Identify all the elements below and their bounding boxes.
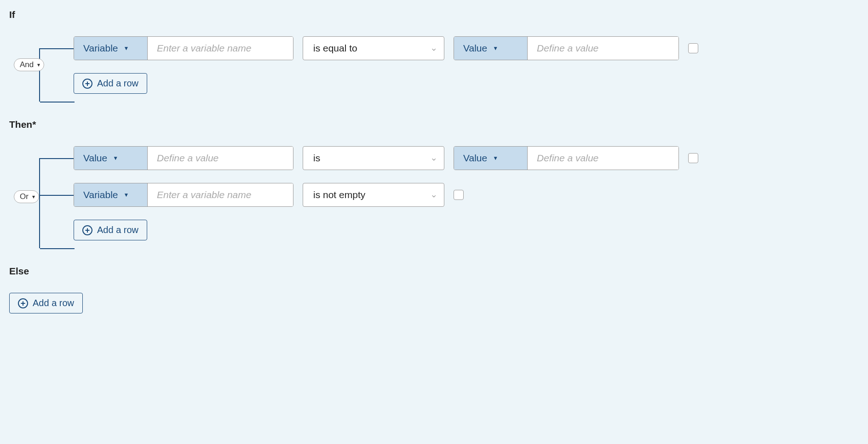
then-add-row-button[interactable]: + Add a row bbox=[74, 220, 147, 240]
then-connector-col: Or ▾ bbox=[14, 146, 74, 240]
chevron-down-icon: ⌵ bbox=[432, 191, 436, 199]
if-group: And ▾ Variable ▼ is equal to ⌵ bbox=[14, 36, 859, 94]
caret-down-icon: ▼ bbox=[493, 45, 498, 51]
if-add-row-wrap: + Add a row bbox=[74, 73, 859, 94]
chevron-down-icon: ▾ bbox=[32, 194, 35, 200]
if-row-0-right-input[interactable] bbox=[528, 37, 678, 60]
then-group: Or ▾ Value ▼ is ⌵ bbox=[14, 146, 859, 240]
caret-down-icon: ▼ bbox=[493, 155, 498, 161]
if-row-0-operator-select[interactable]: is equal to ⌵ bbox=[303, 36, 444, 60]
if-connector-value: And bbox=[20, 60, 34, 69]
else-add-row-button[interactable]: + Add a row bbox=[9, 293, 83, 313]
then-row-0-left-input[interactable] bbox=[148, 147, 293, 170]
if-label: If bbox=[9, 9, 859, 20]
then-row-0-right-type-select[interactable]: Value ▼ bbox=[454, 147, 528, 170]
then-row-0-operator-select[interactable]: is ⌵ bbox=[303, 146, 444, 170]
then-label: Then* bbox=[9, 119, 859, 130]
if-row-0-checkbox[interactable] bbox=[688, 43, 698, 53]
if-add-row-button[interactable]: + Add a row bbox=[74, 73, 147, 94]
if-section: If And ▾ Variable ▼ bbox=[9, 9, 859, 94]
then-row-1-checkbox[interactable] bbox=[454, 190, 464, 200]
if-bracket bbox=[39, 48, 40, 102]
if-row-0-left-type-select[interactable]: Variable ▼ bbox=[74, 37, 148, 60]
chevron-down-icon: ⌵ bbox=[432, 45, 436, 52]
then-row-1-left-input[interactable] bbox=[148, 183, 293, 206]
caret-down-icon: ▼ bbox=[124, 45, 129, 51]
then-row-1-left-type-select[interactable]: Variable ▼ bbox=[74, 183, 148, 206]
then-bracket bbox=[39, 158, 40, 248]
then-row-0-left: Value ▼ bbox=[74, 146, 293, 170]
then-row-0-left-type-select[interactable]: Value ▼ bbox=[74, 147, 148, 170]
if-row-0-left-input[interactable] bbox=[148, 37, 293, 60]
then-connector-select[interactable]: Or ▾ bbox=[14, 190, 39, 203]
then-row-0-right: Value ▼ bbox=[454, 146, 679, 170]
then-connector-value: Or bbox=[20, 192, 29, 201]
if-row-0-right: Value ▼ bbox=[454, 36, 679, 60]
chevron-down-icon: ⌵ bbox=[432, 154, 436, 162]
then-section: Then* Or ▾ Value ▼ bbox=[9, 119, 859, 240]
if-rows: Variable ▼ is equal to ⌵ Value ▼ bbox=[74, 36, 859, 94]
then-row-0-right-input[interactable] bbox=[528, 147, 678, 170]
then-row-1-operator-select[interactable]: is not empty ⌵ bbox=[303, 183, 444, 207]
then-rows: Value ▼ is ⌵ Value ▼ bbox=[74, 146, 859, 240]
if-row-0-left: Variable ▼ bbox=[74, 36, 293, 60]
then-row-1-left: Variable ▼ bbox=[74, 183, 293, 207]
then-row-1: Variable ▼ is not empty ⌵ bbox=[74, 183, 859, 207]
else-section: Else + Add a row bbox=[9, 266, 859, 313]
caret-down-icon: ▼ bbox=[113, 155, 118, 161]
plus-circle-icon: + bbox=[82, 225, 92, 235]
else-label: Else bbox=[9, 266, 859, 277]
if-connector-select[interactable]: And ▾ bbox=[14, 58, 44, 71]
plus-circle-icon: + bbox=[82, 79, 92, 89]
if-row-0: Variable ▼ is equal to ⌵ Value ▼ bbox=[74, 36, 859, 60]
if-row-0-right-type-select[interactable]: Value ▼ bbox=[454, 37, 528, 60]
then-row-0: Value ▼ is ⌵ Value ▼ bbox=[74, 146, 859, 170]
then-add-row-wrap: + Add a row bbox=[74, 220, 859, 240]
then-row-0-checkbox[interactable] bbox=[688, 153, 698, 163]
caret-down-icon: ▼ bbox=[124, 192, 129, 198]
if-connector-col: And ▾ bbox=[14, 36, 74, 94]
chevron-down-icon: ▾ bbox=[37, 62, 40, 68]
plus-circle-icon: + bbox=[18, 298, 28, 308]
